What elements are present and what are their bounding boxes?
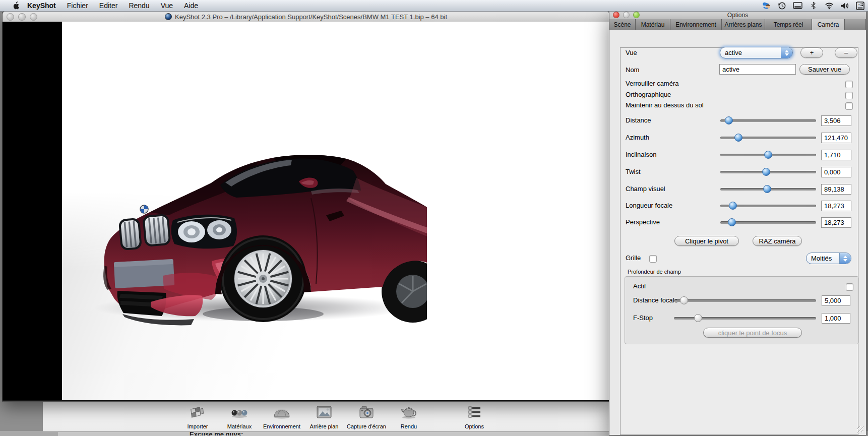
remove-view-button[interactable]: – <box>835 47 857 58</box>
pick-pivot-button[interactable]: Cliquer le pivot <box>674 236 739 246</box>
display-icon[interactable] <box>793 1 802 11</box>
grid-mode-select[interactable]: Moitiés <box>806 253 851 264</box>
dof-active-checkbox[interactable] <box>846 283 853 291</box>
wifi-icon[interactable] <box>824 1 834 11</box>
bluetooth-icon[interactable] <box>809 1 818 11</box>
svg-text:*: * <box>858 3 860 7</box>
reset-camera-button[interactable]: RAZ caméra <box>753 236 802 246</box>
screenshot-icon <box>357 404 376 421</box>
save-view-button[interactable]: Sauver vue <box>799 64 850 75</box>
champ-visuel-label: Champ visuel <box>626 185 665 193</box>
toolbar-item-label: Capture d'écran <box>342 423 391 429</box>
realtime-render-viewport[interactable] <box>3 22 609 400</box>
stepper-arrows-icon[interactable] <box>839 253 851 264</box>
grid-label: Grille <box>626 254 641 262</box>
slider-thumb[interactable] <box>734 134 742 142</box>
inclinaison-slider[interactable] <box>720 154 816 156</box>
lock-camera-label: Verrouiller caméra <box>626 80 679 87</box>
slider-thumb[interactable] <box>680 296 688 304</box>
vue-label: Vue <box>626 49 637 56</box>
slider-thumb[interactable] <box>728 218 736 226</box>
tab-materiau[interactable]: Matériau <box>636 19 670 30</box>
resize-grip[interactable] <box>857 426 863 432</box>
dof-group: Actif Distance focale F-Stop cliquer le … <box>625 276 859 344</box>
toolbar-item-rendu[interactable]: Rendu <box>385 404 433 429</box>
options-titlebar[interactable]: Options <box>609 11 866 19</box>
view-name-input[interactable] <box>719 64 796 75</box>
focal-distance-value-input[interactable] <box>822 295 850 306</box>
environment-icon <box>273 404 291 421</box>
fstop-value-input[interactable] <box>822 313 850 324</box>
view-select[interactable]: active <box>720 47 793 58</box>
keyshot-toolbar-window: Importer Matériaux Environnement Arrière… <box>43 401 609 432</box>
champ-visuel-value-input[interactable] <box>821 184 851 195</box>
distance-slider[interactable] <box>720 119 816 122</box>
toolbar-item-options[interactable]: Options <box>450 404 499 429</box>
perspective-value-input[interactable] <box>821 217 851 228</box>
fstop-slider[interactable] <box>674 317 816 320</box>
azimuth-value-input[interactable] <box>821 133 851 143</box>
tab-scene[interactable]: Scène <box>609 19 636 30</box>
toolbar-item-materiaux[interactable]: Matériaux <box>215 404 264 429</box>
keyshot-main-window: KeyShot 2.3 Pro – /Library/Application S… <box>2 11 610 402</box>
longueur-focale-slider[interactable] <box>720 205 816 207</box>
toolbar-item-capture[interactable]: Capture d'écran <box>342 404 391 429</box>
options-window: Options Scène Matériau Environnement Arr… <box>609 10 866 435</box>
toolbar-item-environnement[interactable]: Environnement <box>258 404 306 429</box>
slider-thumb[interactable] <box>764 151 772 159</box>
twist-slider[interactable] <box>720 171 816 173</box>
lock-camera-checkbox[interactable] <box>845 81 853 88</box>
orthographic-label: Orthographique <box>626 91 671 98</box>
toolbar-item-arriere-plan[interactable]: Arrière plan <box>300 404 348 429</box>
materials-icon <box>230 404 249 421</box>
tab-temps-reel[interactable]: Temps réel <box>765 19 812 30</box>
azimuth-slider[interactable] <box>720 137 816 139</box>
slider-thumb[interactable] <box>694 314 702 322</box>
focal-distance-slider[interactable] <box>674 299 816 302</box>
distance-value-input[interactable] <box>821 115 851 126</box>
apple-menu-icon[interactable] <box>12 2 20 10</box>
menu-rendu[interactable]: Rendu <box>129 2 149 10</box>
time-machine-icon[interactable] <box>777 1 787 11</box>
toolbar-item-label: Options <box>450 423 499 429</box>
options-icon <box>465 404 483 421</box>
champ-visuel-slider[interactable] <box>720 188 816 191</box>
main-window-titlebar[interactable]: KeyShot 2.3 Pro – /Library/Application S… <box>3 12 609 22</box>
inclinaison-value-input[interactable] <box>821 150 851 160</box>
add-view-button[interactable]: + <box>800 47 823 58</box>
inclinaison-label: Inclinaison <box>626 151 656 158</box>
camera-panel: Vue active + – Nom Sauver vue Verrouille… <box>609 30 866 435</box>
slider-thumb[interactable] <box>729 202 737 210</box>
focal-distance-label: Distance focale <box>633 296 678 304</box>
twist-value-input[interactable] <box>821 167 851 177</box>
menu-editer[interactable]: Editer <box>99 2 118 10</box>
slider-thumb[interactable] <box>725 116 733 124</box>
distance-label: Distance <box>626 116 651 124</box>
tab-environnement[interactable]: Environnement <box>670 19 722 30</box>
viewport-black-band <box>3 22 62 400</box>
keep-above-ground-checkbox[interactable] <box>845 102 853 110</box>
volume-icon[interactable] <box>840 1 849 11</box>
perspective-label: Perspective <box>626 218 660 226</box>
tab-arrieres-plans[interactable]: Arrières plans <box>722 19 765 30</box>
longueur-focale-value-input[interactable] <box>821 201 851 211</box>
perspective-slider[interactable] <box>720 221 816 224</box>
slider-thumb[interactable] <box>763 185 771 193</box>
dof-group-label: Profondeur de champ <box>628 269 681 275</box>
keyboard-viewer-icon[interactable]: * <box>855 1 865 11</box>
menu-vue[interactable]: Vue <box>161 2 173 10</box>
stepper-arrows-icon[interactable] <box>781 47 792 58</box>
orthographic-checkbox[interactable] <box>845 92 853 99</box>
pick-focus-point-button[interactable]: cliquer le point de focus <box>703 328 802 338</box>
tab-camera[interactable]: Caméra <box>812 19 845 30</box>
status-icons: * <box>762 0 865 11</box>
toolbar-item-importer[interactable]: Importer <box>173 404 222 429</box>
menu-fichier[interactable]: Fichier <box>67 2 88 10</box>
grid-mode-value: Moitiés <box>807 255 839 262</box>
user-app-icon[interactable] <box>762 1 771 11</box>
menu-aide[interactable]: Aide <box>184 2 198 10</box>
azimuth-label: Azimuth <box>626 134 649 141</box>
tabbar-filler <box>845 19 866 30</box>
grid-checkbox[interactable] <box>649 255 657 263</box>
menu-keyshot[interactable]: KeyShot <box>27 2 56 10</box>
